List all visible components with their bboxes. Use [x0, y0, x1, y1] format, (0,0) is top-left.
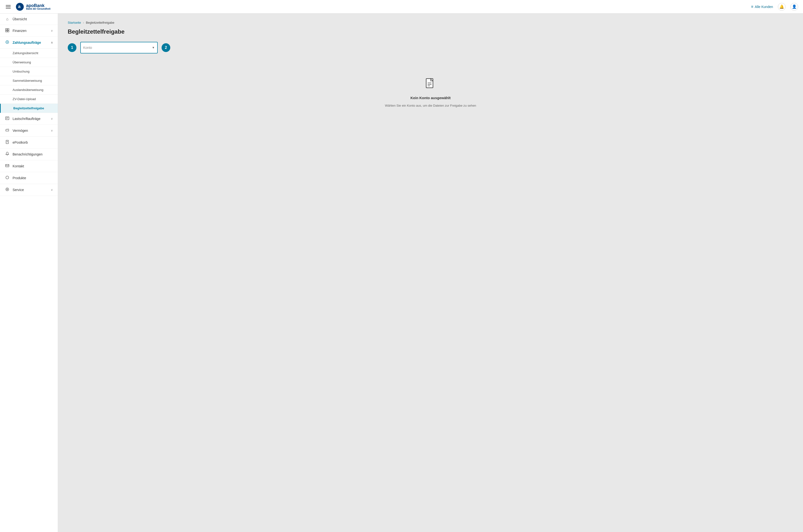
- sidebar-label-finanzen: Finanzen: [13, 29, 26, 33]
- sidebar-sublabel-begleitzettelfreigabe: Begleitzettelfreigabe: [13, 107, 44, 110]
- svg-rect-2: [5, 28, 7, 30]
- sidebar: ⌂ Übersicht Finanzen ∨: [0, 14, 58, 532]
- finanzen-chevron-icon: ∨: [51, 29, 53, 33]
- kontakt-icon: [5, 164, 10, 169]
- sidebar-label-vermoegen: Vermögen: [13, 129, 28, 133]
- hamburger-menu[interactable]: [5, 4, 12, 10]
- sidebar-item-benachrichtigungen[interactable]: Benachrichtigungen: [0, 149, 58, 160]
- sidebar-label-epostkorb: ePostkorb: [13, 140, 28, 144]
- vermoegen-chevron-icon: ∨: [51, 129, 53, 132]
- app-header: a apoBank Bank der Gesundheit ≡ Alle Kun…: [0, 0, 803, 14]
- sidebar-subitem-auslandsueberweisung[interactable]: Auslandsüberweisung: [0, 86, 58, 95]
- sidebar-subitem-ueberweisung[interactable]: Überweisung: [0, 58, 58, 67]
- sidebar-subitem-zahlungsuebersicht[interactable]: Zahlungsübersicht: [0, 49, 58, 58]
- user-profile-button[interactable]: 👤: [790, 3, 798, 11]
- breadcrumb-home[interactable]: Startseite: [68, 21, 81, 24]
- sidebar-sublabel-ueberweisung: Überweisung: [13, 60, 31, 64]
- alle-kunden-button[interactable]: ≡ Alle Kunden: [751, 5, 773, 9]
- sidebar-item-service[interactable]: Service ∨: [0, 184, 58, 196]
- breadcrumb: Startseite › Begleitzettelfreigabe: [68, 21, 793, 24]
- service-chevron-icon: ∨: [51, 188, 53, 191]
- sidebar-subitem-sammelueberweisung[interactable]: Sammelüberweisung: [0, 76, 58, 86]
- page-title: Begleitzettelfreigabe: [68, 28, 793, 35]
- logo: a apoBank Bank der Gesundheit: [16, 2, 51, 11]
- bell-icon: [5, 152, 10, 157]
- sidebar-item-vermoegen[interactable]: Vermögen ∨: [0, 125, 58, 137]
- sidebar-label-produkte: Produkte: [13, 176, 26, 180]
- home-icon: ⌂: [5, 17, 10, 21]
- sidebar-item-kontakt[interactable]: Kontakt: [0, 160, 58, 172]
- empty-state: Kein Konto ausgewählt Wählen Sie ein Kon…: [68, 63, 793, 122]
- finanzen-icon: [5, 28, 10, 33]
- svg-rect-3: [7, 28, 9, 30]
- svg-point-17: [7, 189, 8, 190]
- sidebar-sublabel-zv-datei-upload: ZV-Datei-Upload: [13, 97, 36, 101]
- notification-button[interactable]: 🔔: [778, 3, 786, 11]
- sidebar-item-produkte[interactable]: Produkte: [0, 172, 58, 184]
- sidebar-item-finanzen[interactable]: Finanzen ∨: [0, 25, 58, 37]
- svg-point-7: [7, 42, 8, 42]
- breadcrumb-current: Begleitzettelfreigabe: [86, 21, 114, 24]
- svg-point-16: [6, 188, 9, 191]
- sidebar-item-epostkorb[interactable]: ePostkorb: [0, 137, 58, 149]
- zahlungsauftraege-chevron-icon: ∧: [51, 41, 53, 44]
- sidebar-sublabel-sammelueberweisung: Sammelüberweisung: [13, 79, 42, 82]
- sidebar-item-zahlungsauftraege[interactable]: Zahlungsaufträge ∧: [0, 37, 58, 49]
- breadcrumb-separator: ›: [83, 21, 84, 24]
- svg-rect-5: [7, 31, 9, 32]
- sidebar-label-service: Service: [13, 188, 24, 192]
- empty-subtitle: Wählen Sie ein Konto aus, um die Dateien…: [385, 104, 476, 107]
- sidebar-label-uebersicht: Übersicht: [13, 17, 27, 21]
- vermoegen-icon: [5, 128, 10, 133]
- svg-point-15: [6, 176, 9, 179]
- form-row: 1 Konto ▼ 2: [68, 42, 793, 54]
- logo-bank: Bank der Gesundheit: [26, 8, 51, 10]
- sidebar-item-uebersicht[interactable]: ⌂ Übersicht: [0, 14, 58, 25]
- logo-icon: a: [16, 2, 24, 11]
- sidebar-label-benachrichtigungen: Benachrichtigungen: [13, 152, 42, 156]
- sidebar-sublabel-umbuchung: Umbuchung: [13, 70, 30, 73]
- logo-text: apoBank Bank der Gesundheit: [26, 3, 51, 10]
- epostkorb-icon: [5, 140, 10, 145]
- sidebar-subitem-begleitzettelfreigabe[interactable]: Begleitzettelfreigabe: [0, 104, 58, 113]
- main-content: Startseite › Begleitzettelfreigabe Begle…: [58, 14, 803, 532]
- sidebar-subitem-umbuchung[interactable]: Umbuchung: [0, 67, 58, 76]
- service-icon: [5, 187, 10, 192]
- konto-select-wrapper: Konto ▼: [80, 42, 158, 54]
- app-layout: ⌂ Übersicht Finanzen ∨: [0, 14, 803, 532]
- sidebar-subitem-zv-datei-upload[interactable]: ZV-Datei-Upload: [0, 95, 58, 104]
- produkte-icon: [5, 175, 10, 180]
- logo-apo: apoBank: [26, 3, 51, 8]
- zahlungsauftraege-icon: [5, 40, 10, 45]
- step2-badge: 2: [161, 43, 170, 52]
- svg-rect-4: [5, 31, 7, 32]
- sidebar-label-lastschrift: Lastschriftaufträge: [13, 117, 40, 121]
- sidebar-label-zahlungsauftraege: Zahlungsaufträge: [13, 41, 41, 44]
- sidebar-sublabel-zahlungsuebersicht: Zahlungsübersicht: [13, 51, 38, 55]
- empty-title: Kein Konto ausgewählt: [410, 96, 451, 100]
- svg-rect-8: [5, 117, 9, 120]
- lastschrift-chevron-icon: ∨: [51, 117, 53, 120]
- svg-text:a: a: [18, 4, 21, 9]
- sidebar-label-kontakt: Kontakt: [13, 164, 24, 168]
- step1-badge: 1: [68, 43, 76, 52]
- lastschrift-icon: [5, 116, 10, 121]
- sidebar-sublabel-auslandsueberweisung: Auslandsüberweisung: [13, 88, 43, 92]
- empty-document-icon: [424, 78, 437, 92]
- konto-select[interactable]: [80, 42, 158, 54]
- filter-icon: ≡: [751, 5, 753, 9]
- svg-rect-14: [5, 165, 9, 167]
- sidebar-item-lastschriftauftraege[interactable]: Lastschriftaufträge ∨: [0, 113, 58, 125]
